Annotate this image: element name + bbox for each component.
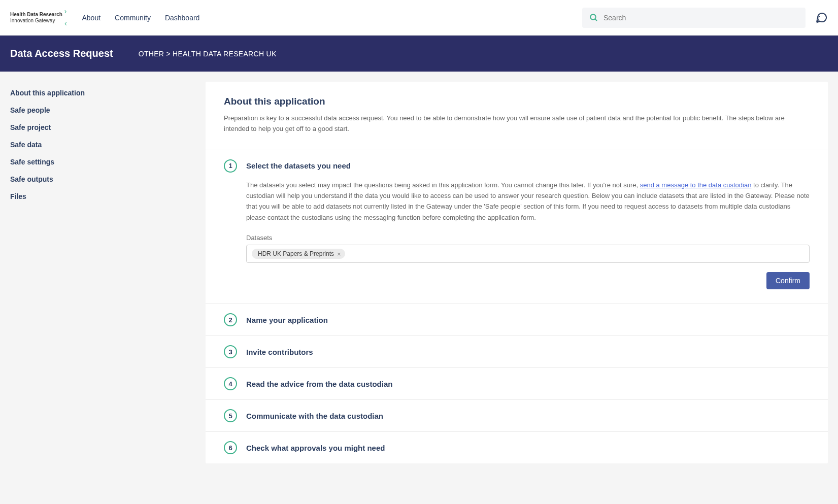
svg-line-1 <box>595 19 597 21</box>
svg-point-0 <box>590 14 596 20</box>
step-6-title: Check what approvals you might need <box>246 444 385 452</box>
nav-links: About Community Dashboard <box>82 14 200 22</box>
step-4-number: 4 <box>224 377 237 390</box>
logo-line-1: Health Data Research <box>10 12 62 18</box>
logo-line-2: Innovation Gateway <box>10 18 62 24</box>
step-3-number: 3 <box>224 345 237 358</box>
step-3[interactable]: 3 Invite contributors <box>206 335 828 367</box>
step-5-header: 5 Communicate with the data custodian <box>224 409 810 422</box>
step-1-desc-part1: The datasets you select may impact the q… <box>246 181 640 189</box>
breadcrumb: OTHER > HEALTH DATA RESEARCH UK <box>139 50 277 58</box>
step-2-number: 2 <box>224 313 237 326</box>
step-1: 1 Select the datasets you need The datas… <box>206 150 828 304</box>
step-6-number: 6 <box>224 441 237 454</box>
search-icon <box>589 13 598 22</box>
top-bar: Health Data Research Innovation Gateway … <box>0 0 838 36</box>
sidebar-item-safe-data[interactable]: Safe data <box>10 136 195 153</box>
step-2[interactable]: 2 Name your application <box>206 304 828 335</box>
step-1-number: 1 <box>224 159 237 173</box>
nav-dashboard[interactable]: Dashboard <box>165 14 200 22</box>
nav-community[interactable]: Community <box>115 14 151 22</box>
content-card: About this application Preparation is ke… <box>206 82 828 463</box>
page-header: Data Access Request OTHER > HEALTH DATA … <box>0 36 838 72</box>
step-4-title: Read the advice from the data custodian <box>246 380 392 388</box>
step-1-desc: The datasets you select may impact the q… <box>246 180 810 223</box>
step-6[interactable]: 6 Check what approvals you might need <box>206 431 828 463</box>
search-input[interactable] <box>604 14 798 22</box>
intro-text: Preparation is key to a successful data … <box>224 113 810 135</box>
sidebar-item-safe-settings[interactable]: Safe settings <box>10 153 195 171</box>
step-3-header: 3 Invite contributors <box>224 345 810 358</box>
sidebar-item-safe-project[interactable]: Safe project <box>10 119 195 136</box>
confirm-row: Confirm <box>246 272 810 289</box>
step-5-number: 5 <box>224 409 237 422</box>
nav-about[interactable]: About <box>82 14 101 22</box>
intro-title: About this application <box>224 96 810 107</box>
dataset-tag-label: HDR UK Papers & Preprints <box>258 250 334 257</box>
datasets-input[interactable]: HDR UK Papers & Preprints × <box>246 245 810 263</box>
datasets-label: Datasets <box>246 234 810 242</box>
step-1-body: The datasets you select may impact the q… <box>246 180 810 290</box>
step-5-title: Communicate with the data custodian <box>246 412 383 420</box>
chat-icon[interactable] <box>816 12 828 24</box>
dataset-tag: HDR UK Papers & Preprints × <box>252 249 345 259</box>
step-5[interactable]: 5 Communicate with the data custodian <box>206 399 828 431</box>
step-4[interactable]: 4 Read the advice from the data custodia… <box>206 367 828 399</box>
page-title: Data Access Request <box>10 48 113 59</box>
logo-arrows-icon: › › <box>64 7 67 28</box>
confirm-button[interactable]: Confirm <box>766 272 810 289</box>
step-2-header: 2 Name your application <box>224 313 810 326</box>
logo-text: Health Data Research Innovation Gateway <box>10 12 62 24</box>
step-2-title: Name your application <box>246 316 328 324</box>
logo[interactable]: Health Data Research Innovation Gateway … <box>10 7 67 28</box>
sidebar: About this application Safe people Safe … <box>0 72 206 474</box>
message-custodian-link[interactable]: send a message to the data custodian <box>640 181 752 189</box>
sidebar-item-safe-outputs[interactable]: Safe outputs <box>10 171 195 188</box>
step-6-header: 6 Check what approvals you might need <box>224 441 810 454</box>
step-1-header[interactable]: 1 Select the datasets you need <box>224 159 810 173</box>
step-4-header: 4 Read the advice from the data custodia… <box>224 377 810 390</box>
sidebar-item-files[interactable]: Files <box>10 188 195 205</box>
main-container: About this application Safe people Safe … <box>0 72 838 474</box>
content: About this application Preparation is ke… <box>206 72 838 474</box>
intro-section: About this application Preparation is ke… <box>206 82 828 150</box>
search-box[interactable] <box>582 8 806 28</box>
close-icon[interactable]: × <box>337 251 341 257</box>
sidebar-item-safe-people[interactable]: Safe people <box>10 102 195 119</box>
sidebar-item-about[interactable]: About this application <box>10 84 195 102</box>
step-1-title: Select the datasets you need <box>246 161 351 170</box>
step-3-title: Invite contributors <box>246 348 313 356</box>
